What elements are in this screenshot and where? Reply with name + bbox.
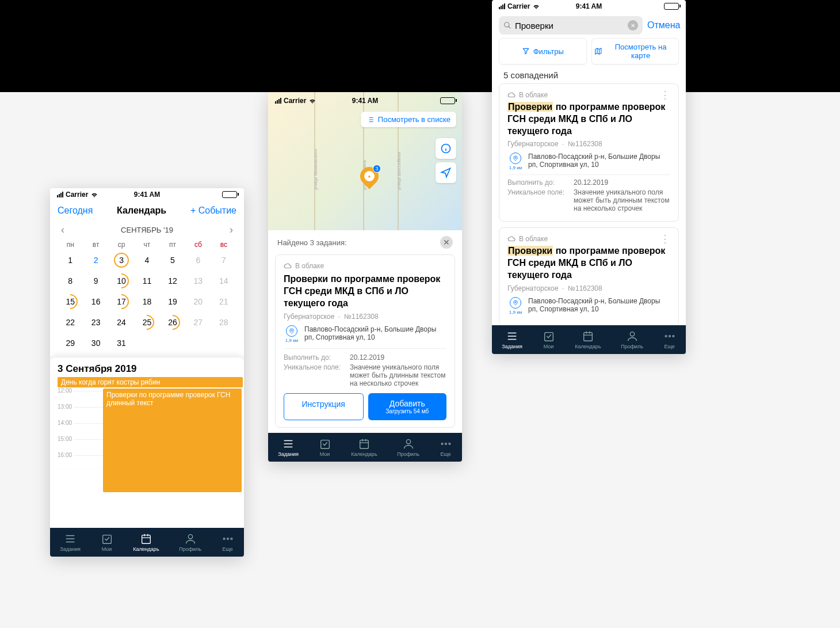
svg-rect-18 bbox=[584, 333, 593, 341]
calendar-day[interactable]: 5 bbox=[160, 250, 185, 271]
clear-button[interactable]: ✕ bbox=[628, 20, 638, 31]
filters-button[interactable]: Фильтры bbox=[499, 38, 587, 64]
more-icon[interactable]: ⋮ bbox=[660, 92, 670, 98]
calendar-day[interactable]: 20 bbox=[185, 291, 211, 312]
tab-bar: Задания Мои Календарь Профиль Еще bbox=[268, 433, 462, 462]
calendar-day[interactable]: 6 bbox=[185, 250, 211, 271]
svg-point-19 bbox=[630, 332, 634, 336]
calendar-day[interactable]: 15 bbox=[58, 291, 83, 312]
search-input[interactable]: ✕ bbox=[499, 16, 643, 35]
result-card[interactable]: В облаке⋮ Проверки по программе проверок… bbox=[499, 83, 679, 222]
allday-event[interactable]: День когда горят костры рябин bbox=[58, 377, 243, 387]
cancel-button[interactable]: Отмена bbox=[647, 20, 680, 31]
tab-calendar[interactable]: Календарь bbox=[133, 532, 159, 552]
cloud-icon bbox=[284, 263, 292, 269]
tab-more[interactable]: Еще bbox=[440, 437, 452, 457]
calendar-day[interactable]: 31 bbox=[109, 333, 134, 353]
calendar-day[interactable]: 8 bbox=[58, 271, 83, 291]
calendar-day[interactable]: 26 bbox=[160, 312, 185, 333]
calendar-day[interactable]: 28 bbox=[211, 312, 236, 333]
svg-point-5 bbox=[231, 538, 232, 540]
filter-icon bbox=[522, 47, 530, 55]
tab-more[interactable]: Еще bbox=[663, 330, 676, 349]
calendar-day[interactable]: 4 bbox=[134, 250, 159, 271]
tab-bar: Задания Мои Календарь Профиль Еще bbox=[492, 325, 686, 354]
weekday-label: вс bbox=[211, 241, 236, 249]
svg-point-11 bbox=[441, 443, 443, 445]
calendar-day[interactable]: 23 bbox=[83, 312, 108, 333]
calendar-day bbox=[160, 333, 185, 353]
calendar-day[interactable]: 24 bbox=[109, 312, 134, 333]
tab-tasks[interactable]: Задания bbox=[278, 437, 299, 457]
calendar-day[interactable]: 21 bbox=[211, 291, 236, 312]
calendar-day[interactable]: 18 bbox=[134, 291, 159, 312]
result-card[interactable]: В облаке⋮ Проверки по программе проверок… bbox=[499, 227, 679, 326]
calendar-day[interactable]: 19 bbox=[160, 291, 185, 312]
view-map-button[interactable]: Посмотреть на карте bbox=[591, 38, 679, 64]
info-icon bbox=[440, 143, 452, 154]
svg-point-3 bbox=[223, 538, 225, 540]
svg-point-7 bbox=[291, 330, 293, 332]
task-card[interactable]: В облаке Проверки по программе проверок … bbox=[275, 254, 455, 428]
add-button[interactable]: ДобавитьЗагрузить 54 мб bbox=[368, 393, 447, 420]
tab-my[interactable]: Мои bbox=[101, 532, 113, 552]
calendar-day[interactable]: 16 bbox=[83, 291, 108, 312]
more-icon[interactable]: ⋮ bbox=[660, 236, 670, 242]
tab-my[interactable]: Мои bbox=[319, 437, 331, 457]
map-view[interactable]: Carrier 9:41 AM улица Маяковского улица … bbox=[268, 92, 462, 230]
instruction-button[interactable]: Инструкция bbox=[284, 393, 364, 420]
locate-button[interactable] bbox=[436, 162, 456, 183]
tab-profile[interactable]: Профиль bbox=[621, 330, 643, 349]
tab-calendar[interactable]: Календарь bbox=[575, 330, 601, 349]
add-event-button[interactable]: + Событие bbox=[190, 205, 236, 216]
next-month-button[interactable]: › bbox=[226, 224, 236, 236]
svg-rect-1 bbox=[142, 535, 151, 544]
calendar-day[interactable]: 11 bbox=[134, 271, 159, 291]
tab-profile[interactable]: Профиль bbox=[397, 437, 419, 457]
calendar-grid: 1234567891011121314151617181920212223242… bbox=[50, 250, 244, 353]
card-subtitle: Губернаторское · №1162308 bbox=[507, 140, 670, 148]
tab-tasks[interactable]: Задания bbox=[502, 330, 522, 349]
calendar-day[interactable]: 2 bbox=[83, 250, 108, 271]
calendar-day[interactable]: 25 bbox=[134, 312, 159, 333]
calendar-day[interactable]: 7 bbox=[211, 250, 236, 271]
tab-my[interactable]: Мои bbox=[543, 330, 555, 349]
calendar-day[interactable]: 27 bbox=[185, 312, 211, 333]
info-button[interactable] bbox=[436, 138, 456, 159]
calendar-day[interactable]: 13 bbox=[185, 271, 211, 291]
cloud-icon bbox=[507, 92, 516, 98]
calendar-day bbox=[134, 333, 159, 353]
calendar-day[interactable]: 12 bbox=[160, 271, 185, 291]
svg-point-12 bbox=[445, 443, 446, 445]
tab-calendar[interactable]: Календарь bbox=[351, 437, 377, 457]
list-icon bbox=[366, 116, 375, 124]
status-bar: Carrier 9:41 AM bbox=[268, 94, 462, 107]
calendar-day[interactable]: 22 bbox=[58, 312, 83, 333]
svg-point-20 bbox=[665, 336, 667, 337]
signal-icon bbox=[57, 192, 63, 197]
calendar-day[interactable]: 3 bbox=[109, 250, 134, 271]
location-icon: 1,9 км bbox=[284, 325, 300, 344]
tab-profile[interactable]: Профиль bbox=[179, 532, 201, 552]
weekday-label: сб bbox=[185, 241, 211, 249]
today-button[interactable]: Сегодня bbox=[58, 205, 93, 216]
map-icon bbox=[594, 47, 602, 55]
status-bar: Carrier 9:41 AM bbox=[50, 188, 244, 201]
calendar-day[interactable]: 29 bbox=[58, 333, 83, 353]
calendar-day[interactable]: 9 bbox=[83, 271, 108, 291]
calendar-day[interactable]: 1 bbox=[58, 250, 83, 271]
calendar-day[interactable]: 30 bbox=[83, 333, 108, 353]
wifi-icon bbox=[90, 191, 98, 199]
calendar-event[interactable]: Проверки по программе проверок ГСН длинн… bbox=[103, 389, 242, 492]
tab-tasks[interactable]: Задания bbox=[60, 532, 81, 552]
calendar-day[interactable]: 17 bbox=[109, 291, 134, 312]
map-pin[interactable]: ●3 bbox=[360, 167, 379, 190]
calendar-day[interactable]: 14 bbox=[211, 271, 236, 291]
close-button[interactable]: ✕ bbox=[440, 236, 453, 249]
cloud-status: В облаке bbox=[284, 262, 446, 270]
tab-more[interactable]: Еще bbox=[222, 532, 234, 552]
calendar-day[interactable]: 10 bbox=[109, 271, 134, 291]
prev-month-button[interactable]: ‹ bbox=[58, 224, 68, 236]
svg-point-21 bbox=[669, 336, 670, 337]
view-list-button[interactable]: Посмотреть в списке bbox=[361, 112, 456, 127]
